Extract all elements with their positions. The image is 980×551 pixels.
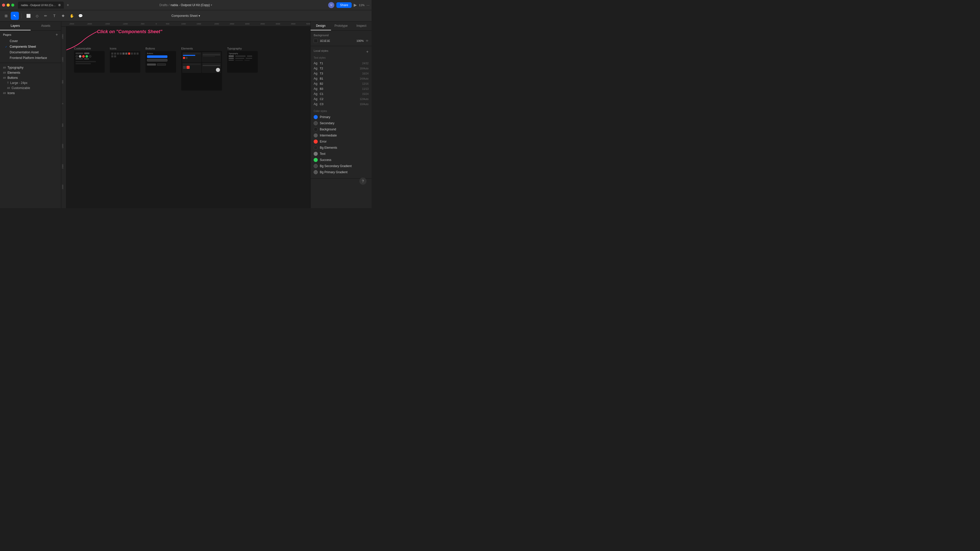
tab-inspect[interactable]: Inspect [351,21,372,30]
text-style-b2[interactable]: Ag B2 12/16 [313,81,369,86]
breadcrumb-file-name[interactable]: nabla - Outpost UI Kit (Copy) [170,3,210,7]
frame-thumb-elements[interactable] [181,51,222,91]
text-style-t3[interactable]: Ag T3 16/24 [313,71,369,76]
text-style-c2[interactable]: Ag C2 12/Auto [313,97,369,102]
text-style-b3[interactable]: Ag B3 11/13 [313,86,369,91]
annotation-text: Click on "Components Sheet" [97,29,162,35]
traffic-lights [2,3,14,6]
ruler-top: -2500 -2000 -1500 -1000 -500 0 500 1000 … [61,21,310,27]
color-style-secondary[interactable]: Secondary [313,120,369,126]
frame-thumb-typography[interactable]: Typography [227,51,258,73]
layers-section: ## Typography ## Elements ## Buttons T L… [0,63,61,208]
frame-label-elements: Elements [181,47,222,50]
minimize-window-button[interactable] [6,3,10,6]
frame-thumb-customizable[interactable] [74,51,105,73]
eye-icon[interactable]: 👁 [366,39,369,42]
page-item-components-sheet[interactable]: ✓ Components Sheet [3,44,58,49]
fullscreen-window-button[interactable] [11,3,14,6]
frame-label-customizable: Customizable [74,47,105,50]
layer-buttons[interactable]: ## Buttons [0,75,61,80]
layer-icon-typography: ## [3,66,6,69]
page-item-cover[interactable]: Cover [3,38,58,44]
add-page-button[interactable]: + [56,33,58,37]
color-style-primary[interactable]: Primary [313,114,369,120]
color-style-error[interactable]: Error [313,138,369,144]
layer-large-24px[interactable]: T Large - 24px [0,80,61,86]
text-tool[interactable]: T [50,12,59,20]
frame-buttons: Buttons Buttons [145,47,176,73]
new-tab-button[interactable]: + [65,3,70,8]
breadcrumb-drafts: Drafts [159,3,168,7]
comment-tool[interactable]: 💬 [76,12,84,20]
color-style-bg-secondary-gradient[interactable]: Bg Secondary Gradient [313,163,369,169]
canvas: -2500 -2000 -1500 -1000 -500 0 500 1000 … [61,21,310,208]
help-button[interactable]: ? [360,178,366,185]
chevron-down-icon[interactable]: ▾ [211,3,212,6]
canvas-content: Customizable [66,27,310,208]
tab-assets[interactable]: Assets [30,21,61,30]
current-page-label: Components Sheet [172,14,198,17]
component-tool[interactable]: ❖ [59,12,67,20]
tab-layers[interactable]: Layers [0,21,30,30]
page-name-chevron[interactable]: ▾ [199,14,200,17]
topbar-right: U Share ▶ 11% ··· [328,2,369,8]
pages-title: Pages [3,33,11,36]
background-color-hex: 1E1E1E [320,39,355,42]
error-swatch [313,140,318,144]
color-style-background[interactable]: Background [313,126,369,132]
frame-tool[interactable]: ⬜ [24,12,32,20]
bg-primary-gradient-swatch [313,170,318,174]
topbar-breadcrumb: Drafts / nabla - Outpost UI Kit (Copy) ▾ [159,3,212,7]
right-panel-tabs: Design Prototype Inspect [310,21,372,30]
frame-label-icons: Icons [110,47,140,50]
frame-icons: Icons [110,47,140,73]
text-style-c1[interactable]: Ag C1 15/24 [313,91,369,97]
pen-tool[interactable]: ✏ [41,12,50,20]
frame-thumb-icons[interactable] [110,51,140,73]
layer-elements[interactable]: ## Elements [0,70,61,75]
avatar: U [328,2,334,8]
local-styles-title: Local styles [313,49,328,52]
frame-thumb-buttons[interactable]: Buttons [145,51,176,73]
color-style-bg-elements[interactable]: Bg Elements [313,144,369,151]
left-panel: Layers Assets Pages + Cover ✓ Components… [0,21,61,208]
color-style-success[interactable]: Success [313,157,369,163]
frame-typography: Typography Typography [227,47,258,73]
local-styles-section: Local styles + Text styles Ag T1 24/32 A… [310,46,372,179]
tab-label: nabla - Outpost UI Kit (Copy) [21,3,57,6]
active-tab[interactable]: nabla - Outpost UI Kit (Copy) × [18,2,64,9]
text-styles-subtitle: Text styles [313,56,369,59]
shape-tool[interactable]: ◇ [33,12,41,20]
breadcrumb-separator: / [169,3,169,7]
frames-row: Customizable [74,47,258,91]
layer-typography[interactable]: ## Typography [0,65,61,70]
text-style-b1[interactable]: Ag B1 14/Auto [313,76,369,81]
add-style-button[interactable]: + [366,49,369,54]
share-button[interactable]: Share [336,2,352,8]
background-color-swatch[interactable] [313,39,318,43]
close-window-button[interactable] [2,3,5,6]
color-style-text[interactable]: Text [313,151,369,157]
topbar-left: nabla - Outpost UI Kit (Copy) × + [0,2,82,9]
page-item-documentation-asset[interactable]: Documentation Asset [3,49,58,55]
success-swatch [313,158,318,162]
text-style-t1[interactable]: Ag T1 24/32 [313,61,369,66]
color-style-bg-primary-gradient[interactable]: Bg Primary Gradient [313,169,369,175]
text-style-c3[interactable]: Ag C3 10/Auto [313,102,369,106]
hand-tool[interactable]: ✋ [68,12,76,20]
zoom-level: 11% [359,3,364,6]
tab-close-button[interactable]: × [58,4,61,6]
more-button[interactable]: ··· [366,3,369,7]
tab-prototype[interactable]: Prototype [331,21,352,30]
tab-design[interactable]: Design [310,21,331,30]
layer-customizable[interactable]: ## Customizable [0,86,61,91]
layer-icons[interactable]: ## Icons [0,91,61,96]
text-style-t2[interactable]: Ag T2 18/Auto [313,66,369,71]
main-component-tool[interactable]: ⊞ [2,12,10,20]
page-item-frontend-platform[interactable]: Frontend Platform Interface [3,55,58,61]
color-style-intermediate[interactable]: Intermediate [313,132,369,138]
toolbar-page-name-container: Components Sheet ▾ [172,14,200,17]
play-button[interactable]: ▶ [354,3,357,7]
select-tool[interactable]: ↖ [11,12,19,20]
layer-icon-icons: ## [3,92,6,95]
